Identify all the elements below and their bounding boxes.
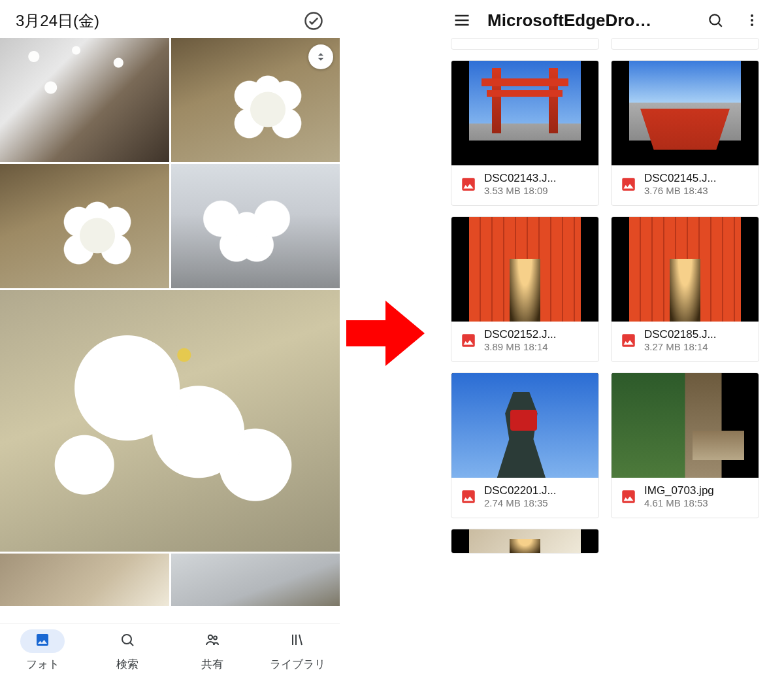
photos-grid [0, 38, 340, 623]
photos-bottom-nav: フォト 検索 共有 ライブラリ [0, 623, 340, 681]
library-icon [289, 632, 305, 651]
arrow-right-icon [346, 297, 425, 369]
photo-thumbnail[interactable] [0, 164, 169, 288]
file-name: IMG_0703.jpg [644, 484, 714, 497]
file-meta: DSC02185.J... 3.27 MB 18:14 [612, 322, 759, 361]
svg-point-2 [208, 635, 212, 639]
file-meta: DSC02152.J... 3.89 MB 18:14 [451, 322, 598, 361]
svg-point-3 [214, 636, 217, 639]
file-name: DSC02201.J... [484, 484, 557, 497]
file-thumbnail [451, 217, 598, 322]
image-file-icon [459, 331, 478, 350]
select-all-check-icon[interactable] [303, 10, 324, 31]
file-card[interactable]: IMG_0703.jpg 4.61 MB 18:53 [611, 373, 759, 518]
nav-tab-library[interactable]: ライブラリ [255, 629, 340, 672]
files-grid: DSC02143.J... 3.53 MB 18:09 DSC02145.J..… [451, 38, 759, 554]
photo-thumbnail[interactable] [0, 38, 169, 162]
svg-point-6 [751, 19, 753, 22]
nav-tab-photos[interactable]: フォト [0, 629, 85, 672]
file-sub: 3.76 MB 18:43 [644, 185, 717, 196]
photo-thumbnail[interactable] [0, 554, 169, 606]
file-meta: DSC02201.J... 2.74 MB 18:35 [451, 478, 598, 518]
nav-tab-sharing[interactable]: 共有 [170, 629, 255, 672]
image-file-icon [619, 331, 638, 350]
file-thumbnail [451, 373, 598, 478]
file-card[interactable]: DSC02185.J... 3.27 MB 18:14 [611, 216, 759, 362]
nav-label: 共有 [201, 657, 223, 672]
nav-label: ライブラリ [270, 657, 325, 672]
file-card-partial[interactable] [611, 38, 759, 50]
file-meta: DSC02145.J... 3.76 MB 18:43 [612, 165, 759, 205]
photo-thumbnail[interactable] [171, 164, 340, 288]
fast-scroll-handle-icon[interactable] [308, 44, 333, 69]
files-header: MicrosoftEdgeDro… [439, 0, 771, 38]
menu-icon[interactable] [451, 9, 473, 31]
files-app: MicrosoftEdgeDro… DSC02143.J... 3.53 [439, 0, 771, 681]
file-card[interactable]: DSC02143.J... 3.53 MB 18:09 [451, 60, 599, 206]
svg-point-0 [306, 13, 322, 29]
search-icon [120, 632, 135, 651]
svg-point-7 [751, 24, 753, 26]
image-file-icon [459, 175, 478, 193]
file-sub: 4.61 MB 18:53 [644, 497, 714, 508]
file-card[interactable]: DSC02145.J... 3.76 MB 18:43 [611, 60, 759, 206]
nav-label: フォト [26, 657, 59, 672]
file-card[interactable]: DSC02201.J... 2.74 MB 18:35 [451, 373, 599, 518]
photo-thumbnail[interactable] [171, 38, 340, 162]
photo-thumbnail[interactable] [0, 290, 340, 552]
svg-point-4 [710, 14, 719, 24]
file-sub: 3.89 MB 18:14 [484, 341, 557, 352]
image-file-icon [619, 175, 638, 193]
photos-header: 3月24日(金) [0, 0, 340, 38]
file-thumbnail [612, 61, 759, 165]
file-name: DSC02143.J... [484, 172, 557, 185]
file-sub: 3.53 MB 18:09 [484, 185, 557, 196]
file-thumbnail [451, 61, 598, 165]
more-vert-icon[interactable] [741, 9, 763, 31]
photo-thumbnail[interactable] [171, 554, 340, 606]
file-name: DSC02185.J... [644, 328, 717, 341]
svg-point-5 [751, 14, 753, 17]
file-card[interactable]: DSC02152.J... 3.89 MB 18:14 [451, 216, 599, 362]
svg-point-1 [122, 635, 131, 644]
nav-tab-search[interactable]: 検索 [85, 629, 170, 672]
file-card-partial[interactable] [451, 529, 599, 554]
file-meta: DSC02143.J... 3.53 MB 18:09 [451, 165, 598, 205]
file-meta: IMG_0703.jpg 4.61 MB 18:53 [612, 478, 759, 518]
image-icon [35, 632, 50, 651]
image-file-icon [619, 488, 638, 506]
file-thumbnail [451, 529, 598, 554]
image-file-icon [459, 488, 478, 506]
search-icon[interactable] [704, 9, 727, 31]
file-thumbnail [612, 217, 759, 322]
file-sub: 3.27 MB 18:14 [644, 341, 717, 352]
photos-app: 3月24日(金) フォト 検索 [0, 0, 340, 681]
photos-date-heading: 3月24日(金) [16, 10, 99, 31]
files-grid-scroll[interactable]: DSC02143.J... 3.53 MB 18:09 DSC02145.J..… [439, 38, 771, 681]
people-icon [204, 632, 220, 651]
folder-title: MicrosoftEdgeDro… [487, 10, 690, 31]
file-card-partial[interactable] [451, 38, 599, 50]
file-name: DSC02145.J... [644, 172, 717, 185]
file-sub: 2.74 MB 18:35 [484, 497, 557, 508]
nav-label: 検索 [116, 657, 139, 672]
file-thumbnail [612, 373, 759, 478]
file-name: DSC02152.J... [484, 328, 557, 341]
